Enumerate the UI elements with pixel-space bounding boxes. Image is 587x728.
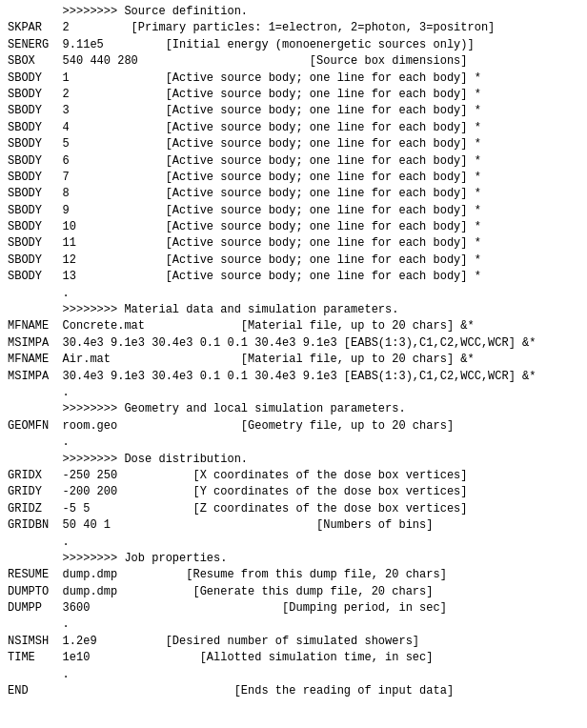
line: >>>>>>>> Geometry and local simulation p…	[8, 401, 579, 417]
line: SBODY 7 [Active source body; one line fo…	[8, 170, 579, 186]
line: SENERG 9.11e5 [Initial energy (monoenerg…	[8, 37, 579, 53]
line: GRIDZ -5 5 [Z coordinates of the dose bo…	[8, 501, 579, 517]
line: SBODY 12 [Active source body; one line f…	[8, 253, 579, 269]
line: >>>>>>>> Source definition.	[8, 4, 579, 20]
line: SBODY 13 [Active source body; one line f…	[8, 269, 579, 285]
line: >>>>>>>> Material data and simulation pa…	[8, 302, 579, 318]
line: .	[8, 667, 579, 683]
line: .	[8, 385, 579, 401]
line: MSIMPA 30.4e3 9.1e3 30.4e3 0.1 0.1 30.4e…	[8, 369, 579, 385]
line: MSIMPA 30.4e3 9.1e3 30.4e3 0.1 0.1 30.4e…	[8, 335, 579, 352]
line: DUMPTO dump.dmp [Generate this dump file…	[8, 584, 579, 600]
line: .	[8, 535, 579, 551]
line: .	[8, 286, 579, 302]
line: GRIDY -200 200 [Y coordinates of the dos…	[8, 484, 579, 500]
line: .	[8, 617, 579, 633]
line: MFNAME Air.mat [Material file, up to 20 …	[8, 352, 579, 368]
line: GRIDX -250 250 [X coordinates of the dos…	[8, 468, 579, 484]
line: GEOMFN room.geo [Geometry file, up to 20…	[8, 418, 579, 435]
line: >>>>>>>> Dose distribution.	[8, 452, 579, 468]
line: SBODY 11 [Active source body; one line f…	[8, 235, 579, 252]
line: SBODY 3 [Active source body; one line fo…	[8, 103, 579, 119]
line: SBODY 2 [Active source body; one line fo…	[8, 87, 579, 103]
line: SKPAR 2 [Primary particles: 1=electron, …	[8, 20, 579, 36]
line: SBOX 540 440 280 [Source box dimensions]	[8, 53, 579, 70]
line: SBODY 6 [Active source body; one line fo…	[8, 153, 579, 170]
line: .	[8, 435, 579, 451]
line: NSIMSH 1.2e9 [Desired number of simulate…	[8, 634, 579, 650]
line: SBODY 10 [Active source body; one line f…	[8, 219, 579, 235]
line: SBODY 5 [Active source body; one line fo…	[8, 136, 579, 152]
line: SBODY 4 [Active source body; one line fo…	[8, 120, 579, 136]
line: TIME 1e10 [Allotted simulation time, in …	[8, 650, 579, 666]
source-file-content: >>>>>>>> Source definition.SKPAR 2 [Prim…	[0, 0, 587, 703]
line: END [Ends the reading of input data]	[8, 683, 579, 699]
line: SBODY 9 [Active source body; one line fo…	[8, 203, 579, 219]
line: GRIDBN 50 40 1 [Numbers of bins]	[8, 517, 579, 534]
line: SBODY 1 [Active source body; one line fo…	[8, 71, 579, 87]
line: DUMPP 3600 [Dumping period, in sec]	[8, 600, 579, 617]
line: RESUME dump.dmp [Resume from this dump f…	[8, 567, 579, 583]
line: SBODY 8 [Active source body; one line fo…	[8, 186, 579, 202]
line: >>>>>>>> Job properties.	[8, 551, 579, 567]
line: MFNAME Concrete.mat [Material file, up t…	[8, 318, 579, 334]
